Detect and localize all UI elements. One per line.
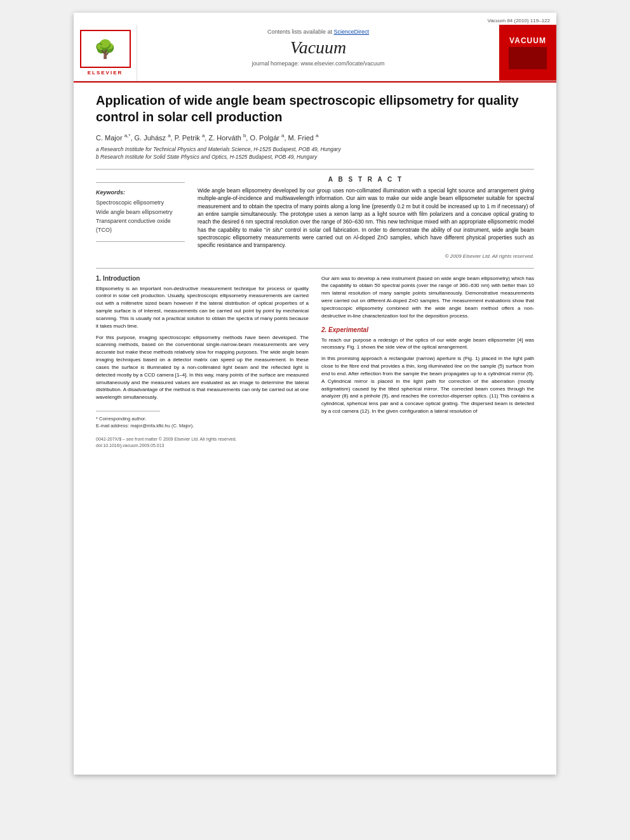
article-title: Application of wide angle beam spectrosc… <box>96 92 534 125</box>
journal-center: Contents lists available at ScienceDirec… <box>137 25 499 81</box>
body-top-divider <box>96 268 534 269</box>
article-content: Application of wide angle beam spectrosc… <box>74 83 556 462</box>
elsevier-logo-box: 🌳 <box>80 30 131 68</box>
keywords-title: Keywords: <box>96 189 185 196</box>
journal-title: Vacuum <box>144 37 493 58</box>
sciencedirect-line: Contents lists available at ScienceDirec… <box>144 29 493 35</box>
affiliations: a Research Institute for Technical Physi… <box>96 145 534 162</box>
abstract-text: Wide angle beam ellipsometry developed b… <box>198 187 534 250</box>
sciencedirect-link-text[interactable]: ScienceDirect <box>334 29 370 35</box>
experimental-heading: 2. Experimental <box>321 326 534 333</box>
keyword-3: Transparent conductive oxide (TCO) <box>96 217 185 235</box>
intro-right-text: Our aim was to develop a new instrument … <box>321 275 534 320</box>
keyword-1: Spectroscopic ellipsometry <box>96 198 185 207</box>
vacuum-brand: VACUUM <box>509 36 546 45</box>
keywords-column: Keywords: Spectroscopic ellipsometry Wid… <box>96 176 185 259</box>
copyright-text: © 2009 Elsevier Ltd. All rights reserved… <box>198 253 534 259</box>
footnote-corresponding: * Corresponding author. E-mail address: … <box>96 415 309 430</box>
section-divider <box>96 169 534 170</box>
body-left-column: 1. Introduction Ellipsometry is an impor… <box>96 275 309 450</box>
abstract-title: A B S T R A C T <box>198 176 534 183</box>
journal-homepage: journal homepage: www.elsevier.com/locat… <box>144 60 493 67</box>
keywords-bottom-divider <box>96 241 185 242</box>
affiliation-a: a Research Institute for Technical Physi… <box>96 145 534 154</box>
elsevier-logo: 🌳 ELSEVIER <box>74 25 137 81</box>
affiliation-b: b Research Institute for Solid State Phy… <box>96 153 534 161</box>
keyword-2: Wide angle beam ellipsometry <box>96 208 185 217</box>
authors-text: C. Major a,*, G. Juhász a, P. Petrik a, … <box>96 134 318 142</box>
journal-header: Vacuum 84 (2010) 119–122 🌳 ELSEVIER Cont… <box>74 13 556 83</box>
journal-top-bar: 🌳 ELSEVIER Contents lists available at S… <box>74 25 556 81</box>
vacuum-logo-image <box>509 47 547 69</box>
elsevier-label: ELSEVIER <box>88 70 123 76</box>
body-right-column: Our aim was to develop a new instrument … <box>321 275 534 450</box>
abstract-column: A B S T R A C T Wide angle beam ellipsom… <box>198 176 534 259</box>
body-section: 1. Introduction Ellipsometry is an impor… <box>96 275 534 450</box>
doi-line: Vacuum 84 (2010) 119–122 <box>74 17 556 25</box>
abstract-section: Keywords: Spectroscopic ellipsometry Wid… <box>96 176 534 259</box>
footnote-divider <box>96 411 160 411</box>
intro-body: Ellipsometry is an important non-destruc… <box>96 285 309 401</box>
elsevier-tree-icon: 🌳 <box>94 39 116 60</box>
experimental-body: To reach our purpose a redesign of the o… <box>321 337 534 415</box>
authors-line: C. Major a,*, G. Juhász a, P. Petrik a, … <box>96 133 534 142</box>
intro-heading: 1. Introduction <box>96 275 309 282</box>
page: Vacuum 84 (2010) 119–122 🌳 ELSEVIER Cont… <box>74 13 556 775</box>
keywords-top-divider <box>96 182 185 183</box>
keywords-box: Keywords: Spectroscopic ellipsometry Wid… <box>96 189 185 235</box>
vacuum-logo-box: VACUUM <box>499 25 556 81</box>
footer-info: 0042-207X/$ – see front matter © 2009 El… <box>96 436 309 450</box>
